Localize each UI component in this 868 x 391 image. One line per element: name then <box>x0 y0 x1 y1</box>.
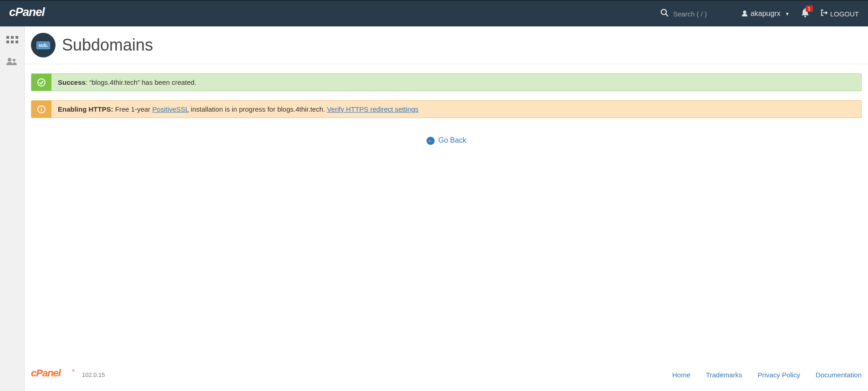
search-input[interactable] <box>673 10 728 18</box>
subdomains-icon: sub. <box>31 33 56 57</box>
user-icon <box>741 10 748 18</box>
svg-text:cPanel: cPanel <box>9 5 46 19</box>
go-back-label: Go Back <box>438 136 466 144</box>
top-nav-bar: cPanel akapugrx ▼ 1 LOGOUT <box>0 0 868 26</box>
search-icon <box>660 9 669 19</box>
positivessl-link[interactable]: PositiveSSL <box>152 105 189 113</box>
svg-point-1 <box>661 9 666 14</box>
username: akapugrx <box>751 10 781 18</box>
svg-point-3 <box>743 10 746 13</box>
footer-link-home[interactable]: Home <box>672 371 690 379</box>
svg-text:cPanel: cPanel <box>31 367 61 379</box>
alert-https-text1: Free 1-year <box>113 105 152 113</box>
alert-https: Enabling HTTPS: Free 1-year PositiveSSL … <box>31 100 862 118</box>
notification-badge: 1 <box>806 5 813 12</box>
alert-success-label: Success <box>58 78 86 86</box>
svg-rect-8 <box>11 41 14 43</box>
logout-icon <box>821 9 828 18</box>
footer-link-docs[interactable]: Documentation <box>816 371 862 379</box>
logout-button[interactable]: LOGOUT <box>821 9 859 18</box>
svg-line-2 <box>666 14 668 16</box>
cpanel-footer-logo-icon: cPanel ® <box>31 367 76 379</box>
users-icon <box>6 57 19 68</box>
svg-point-11 <box>13 59 15 62</box>
verify-https-link[interactable]: Verify HTTPS redirect settings <box>327 105 418 113</box>
sidebar-item-apps[interactable] <box>0 31 25 52</box>
arrow-left-circle-icon: ← <box>426 137 435 145</box>
notifications-button[interactable]: 1 <box>801 8 809 20</box>
go-back-wrap: ← Go Back <box>25 136 868 145</box>
alert-success-message: : “blogs.4thir.tech” has been created. <box>86 78 196 86</box>
sidebar-item-users[interactable] <box>0 52 25 73</box>
svg-rect-5 <box>11 36 14 39</box>
alert-https-text2: installation is in progress for blogs.4t… <box>189 105 327 113</box>
grid-icon <box>6 36 18 47</box>
alert-success: Success: “blogs.4thir.tech” has been cre… <box>31 73 862 91</box>
cpanel-footer-logo[interactable]: cPanel ® <box>31 367 76 382</box>
footer-link-privacy[interactable]: Privacy Policy <box>758 371 800 379</box>
cpanel-logo-icon: cPanel <box>9 5 59 19</box>
check-circle-icon <box>31 74 51 91</box>
search-box[interactable] <box>660 9 728 19</box>
page-title: Subdomains <box>62 36 153 55</box>
go-back-link[interactable]: ← Go Back <box>426 136 467 144</box>
svg-rect-9 <box>15 41 18 43</box>
user-menu[interactable]: akapugrx ▼ <box>741 10 790 18</box>
cpanel-logo[interactable]: cPanel <box>9 5 59 22</box>
alert-https-label: Enabling HTTPS: <box>58 105 113 113</box>
svg-rect-7 <box>6 41 9 43</box>
subdomains-icon-label: sub. <box>36 41 51 49</box>
svg-point-10 <box>8 58 11 62</box>
svg-rect-4 <box>6 36 9 39</box>
svg-rect-6 <box>15 36 18 39</box>
footer-version: 102.0.15 <box>82 371 105 378</box>
footer: cPanel ® 102.0.15 Home Trademarks Privac… <box>25 358 868 391</box>
svg-point-14 <box>41 107 42 108</box>
logout-label: LOGOUT <box>830 10 859 18</box>
page-header: sub. Subdomains <box>25 26 868 64</box>
svg-text:®: ® <box>72 369 75 373</box>
info-circle-icon <box>31 101 51 118</box>
svg-point-12 <box>38 79 45 86</box>
sidebar <box>0 26 25 391</box>
chevron-down-icon: ▼ <box>785 11 790 16</box>
svg-rect-15 <box>41 108 42 111</box>
footer-link-trademarks[interactable]: Trademarks <box>706 371 742 379</box>
